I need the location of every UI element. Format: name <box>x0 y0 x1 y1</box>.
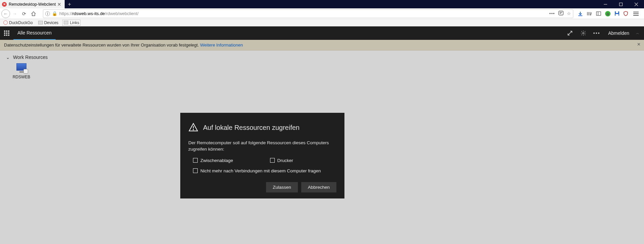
lock-icon: 🔒 <box>52 11 57 16</box>
window-maximize-icon[interactable] <box>613 0 629 8</box>
app-menu-icon[interactable] <box>632 10 640 17</box>
new-tab-button[interactable]: + <box>65 0 75 8</box>
app-header: Alle Ressourcen ••• Abmelden ︿ <box>0 26 644 40</box>
svg-rect-4 <box>559 11 563 15</box>
nav-forward-button[interactable]: → <box>10 9 19 18</box>
extension-badge-icon[interactable]: a <box>605 11 610 16</box>
chevron-down-icon: ⌄ <box>6 55 10 60</box>
warning-icon <box>188 122 198 133</box>
duckduckgo-icon <box>3 20 8 25</box>
checkbox-label: Drucker <box>277 158 293 163</box>
dialog-title: Auf lokale Ressourcen zugreifen <box>203 124 300 132</box>
browser-tab[interactable]: ✕ Remotedesktop-Webclient ✕ <box>0 0 65 8</box>
folder-icon <box>64 21 68 24</box>
checkbox-icon <box>193 158 198 163</box>
site-info-icon[interactable]: i <box>45 11 50 16</box>
url-path: /rdweb/webclient/ <box>105 11 138 16</box>
notice-close-icon[interactable]: ✕ <box>637 42 641 47</box>
dialog-message: Der Remotecomputer soll auf folgende Res… <box>188 140 336 153</box>
browser-titlebar: ✕ Remotedesktop-Webclient ✕ + <box>0 0 644 8</box>
checkbox-printer[interactable]: Drucker <box>270 158 293 163</box>
extension-shield-icon[interactable] <box>624 11 628 16</box>
privacy-notice: Datenschutzeinstellungen für verwaltete … <box>0 40 644 51</box>
bookmark-star-icon[interactable]: ☆ <box>567 11 571 16</box>
svg-point-10 <box>583 32 584 34</box>
url-protocol: https:// <box>59 11 72 16</box>
nav-reload-button[interactable]: ⟳ <box>19 9 29 18</box>
more-icon[interactable]: ••• <box>590 30 603 36</box>
window-close-icon[interactable] <box>629 0 644 8</box>
content-area: ⌄ Work Resources RDSWEB <box>0 51 644 83</box>
apps-grid-icon[interactable] <box>0 30 13 36</box>
url-host: rdsweb.ws-its.de <box>72 11 105 16</box>
chevron-up-icon[interactable]: ︿ <box>636 31 644 35</box>
group-name: Work Resources <box>13 55 48 60</box>
signout-link[interactable]: Abmelden <box>603 30 636 36</box>
bookmark-label: Devices <box>44 20 59 25</box>
bookmark-label: DuckDuckGo <box>9 20 33 25</box>
svg-rect-8 <box>616 11 618 13</box>
checkbox-icon <box>193 168 198 173</box>
checkbox-icon <box>270 158 275 163</box>
checkbox-label: Zwischenablage <box>200 158 233 163</box>
svg-rect-5 <box>596 12 601 15</box>
app-title[interactable]: Alle Ressourcen <box>13 26 56 40</box>
svg-rect-9 <box>616 14 619 16</box>
tab-favicon: ✕ <box>2 2 7 7</box>
computer-icon <box>16 63 27 73</box>
save-disk-icon[interactable] <box>615 11 620 16</box>
svg-point-12 <box>193 130 194 130</box>
reader-mode-icon[interactable] <box>558 11 564 16</box>
bookmark-duckduckgo[interactable]: DuckDuckGo <box>2 20 34 26</box>
resource-item[interactable]: RDSWEB <box>8 63 35 79</box>
nav-back-button[interactable]: ← <box>1 9 10 18</box>
checkbox-clipboard[interactable]: Zwischenablage <box>193 158 233 163</box>
downloads-icon[interactable] <box>578 11 583 16</box>
library-icon[interactable] <box>587 11 592 16</box>
svg-rect-1 <box>620 3 623 6</box>
sidebar-icon[interactable] <box>596 11 601 16</box>
notice-link[interactable]: Weitere Informationen <box>200 43 243 48</box>
nav-home-button[interactable] <box>29 9 38 18</box>
checkbox-label: Nicht mehr nach Verbindungen mit diesem … <box>200 168 321 173</box>
fullscreen-icon[interactable] <box>563 30 577 36</box>
bookmark-links[interactable]: Links <box>62 20 80 26</box>
cancel-button[interactable]: Abbrechen <box>301 182 336 192</box>
tab-close-icon[interactable]: ✕ <box>56 2 63 7</box>
browser-toolbar: ← → ⟳ i 🔒 https://rdsweb.ws-its.de/rdweb… <box>0 8 644 19</box>
bookmarks-bar: DuckDuckGo Devices Links <box>0 19 644 26</box>
page-actions-icon[interactable]: ••• <box>549 11 555 16</box>
resource-group-header[interactable]: ⌄ Work Resources <box>6 55 638 60</box>
notice-text: Datenschutzeinstellungen für verwaltete … <box>4 43 200 48</box>
folder-icon <box>38 21 43 24</box>
tab-title: Remotedesktop-Webclient <box>9 2 56 7</box>
resource-label: RDSWEB <box>8 75 35 79</box>
checkbox-remember[interactable]: Nicht mehr nach Verbindungen mit diesem … <box>193 168 336 173</box>
local-resources-dialog: Auf lokale Ressourcen zugreifen Der Remo… <box>180 113 344 198</box>
allow-button[interactable]: Zulassen <box>266 182 298 192</box>
url-bar[interactable]: i 🔒 https://rdsweb.ws-its.de/rdweb/webcl… <box>43 9 573 18</box>
bookmark-label: Links <box>70 20 79 25</box>
gear-icon[interactable] <box>577 30 590 36</box>
bookmark-devices[interactable]: Devices <box>37 20 60 26</box>
window-minimize-icon[interactable] <box>598 0 613 8</box>
